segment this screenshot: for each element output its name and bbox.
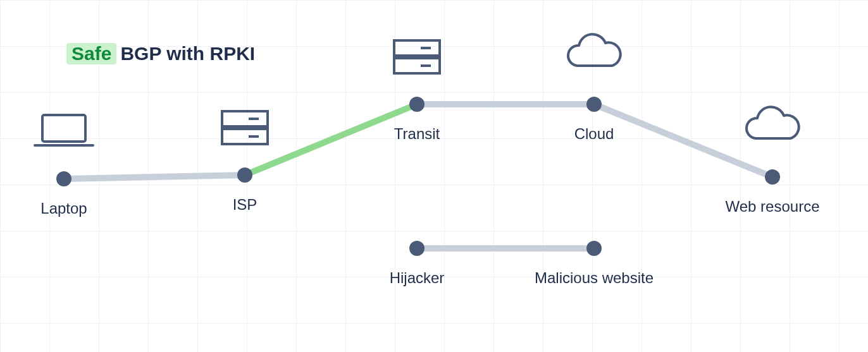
svg-rect-6 [394,40,440,56]
node-transit [409,97,425,112]
label-isp: ISP [233,196,257,213]
svg-rect-3 [222,129,268,144]
server-icon [222,111,268,144]
label-transit: Transit [394,125,440,142]
svg-rect-0 [42,115,85,142]
edge-cloud-web [594,104,772,177]
label-hijacker: Hijacker [390,269,445,286]
label-web: Web resource [726,198,820,215]
node-cloud [586,97,602,112]
edge-laptop-isp [64,175,245,179]
node-hijacker [409,241,425,256]
svg-rect-7 [394,58,440,73]
node-isp [237,167,252,183]
node-malicious [586,241,602,256]
label-cloud: Cloud [574,125,614,142]
node-web [765,169,780,185]
node-laptop [56,171,71,186]
edge-isp-transit [245,104,417,175]
svg-rect-2 [222,111,268,126]
label-malicious: Malicious website [535,269,654,286]
cloud-icon [568,34,621,66]
cloud-icon [747,107,799,138]
label-laptop: Laptop [40,200,87,217]
laptop-icon [35,115,93,145]
server-icon [394,40,440,73]
diagram-canvas: LaptopISPTransitCloudWeb resourceHijacke… [0,0,868,352]
